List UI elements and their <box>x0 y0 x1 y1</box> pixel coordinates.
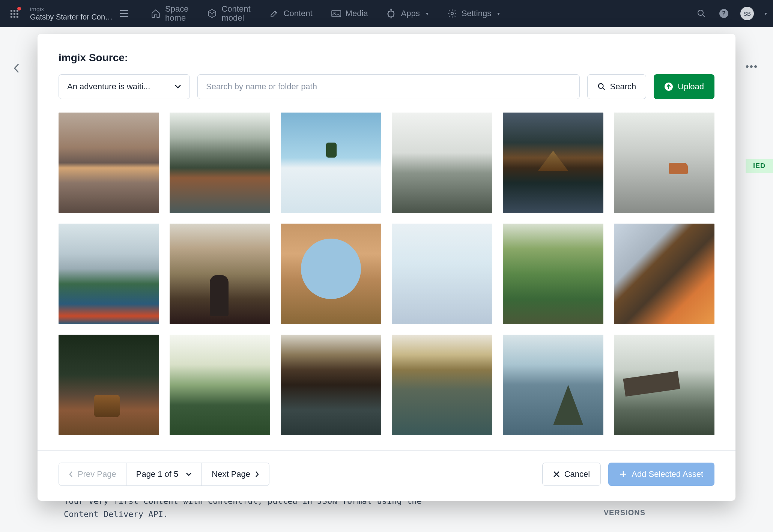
thumbnail[interactable] <box>503 113 603 213</box>
chevron-down-icon <box>174 84 181 89</box>
chevron-left-icon <box>69 471 73 478</box>
source-select-value: An adventure is waiti... <box>67 82 150 92</box>
thumbnail[interactable] <box>392 113 492 213</box>
thumbnail[interactable] <box>392 335 492 435</box>
thumbnail[interactable] <box>281 224 381 324</box>
page-indicator-label: Page 1 of 5 <box>136 469 179 479</box>
thumbnail[interactable] <box>503 335 603 435</box>
thumbnail[interactable] <box>614 335 714 435</box>
chevron-down-icon <box>186 472 192 476</box>
search-button-label: Search <box>610 82 636 92</box>
pagination: Prev Page Page 1 of 5 Next Page <box>59 463 269 486</box>
add-selected-label: Add Selected Asset <box>632 469 703 479</box>
thumbnail[interactable] <box>392 224 492 324</box>
add-selected-button[interactable]: Add Selected Asset <box>608 463 714 486</box>
upload-button[interactable]: Upload <box>654 74 714 99</box>
source-select[interactable]: An adventure is waiti... <box>59 74 190 99</box>
upload-button-label: Upload <box>678 82 704 92</box>
page-indicator-button[interactable]: Page 1 of 5 <box>126 463 202 486</box>
thumbnail[interactable] <box>614 224 714 324</box>
plus-icon <box>620 470 627 478</box>
search-icon <box>597 83 606 91</box>
svg-point-6 <box>598 84 603 89</box>
asset-picker-modal: imgix Source: An adventure is waiti... S… <box>38 34 735 501</box>
thumbnail[interactable] <box>59 335 159 435</box>
thumbnail[interactable] <box>170 335 270 435</box>
upload-icon <box>664 82 673 91</box>
next-page-button[interactable]: Next Page <box>202 463 269 486</box>
modal-footer: Prev Page Page 1 of 5 Next Page <box>38 450 735 501</box>
cancel-button[interactable]: Cancel <box>542 463 601 486</box>
prev-page-button[interactable]: Prev Page <box>59 463 126 486</box>
modal-overlay: imgix Source: An adventure is waiti... S… <box>0 0 773 532</box>
thumbnail[interactable] <box>170 113 270 213</box>
thumbnail[interactable] <box>503 224 603 324</box>
thumbnail-grid <box>59 113 714 435</box>
search-button[interactable]: Search <box>587 74 647 99</box>
thumbnail[interactable] <box>170 224 270 324</box>
prev-page-label: Prev Page <box>78 469 116 479</box>
search-input[interactable] <box>197 74 580 99</box>
thumbnail[interactable] <box>281 113 381 213</box>
chevron-right-icon <box>255 471 259 478</box>
next-page-label: Next Page <box>212 469 250 479</box>
cancel-button-label: Cancel <box>564 469 590 479</box>
thumbnail[interactable] <box>59 224 159 324</box>
thumbnail[interactable] <box>614 113 714 213</box>
thumbnail[interactable] <box>59 113 159 213</box>
thumbnail[interactable] <box>281 335 381 435</box>
modal-title: imgix Source: <box>59 52 714 64</box>
close-icon <box>553 471 560 478</box>
modal-controls: An adventure is waiti... Search <box>59 74 714 99</box>
